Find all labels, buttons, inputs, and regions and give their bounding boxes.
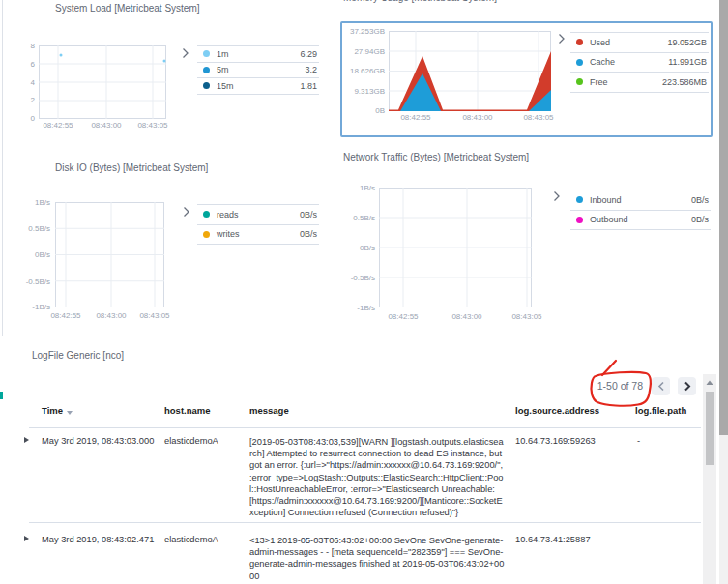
system-load-ytick: 8 [0,42,35,50]
series-dot-1m [203,50,210,57]
pagination-label: 1-50 of 78 [544,380,643,392]
series-dot-5m [203,67,210,73]
series-dot-free [576,78,583,85]
panel-left-border [2,0,3,336]
memory-ytick: 9.313GB [340,87,385,96]
cell-host: elasticdemoA [164,436,218,446]
cell-source: 10.64.73.169:59263 [515,436,596,446]
network-xtick: 08:43:05 [503,312,551,321]
memory-ytick: 18.626GB [340,67,385,75]
legend-toggle-chevron[interactable] [553,190,561,202]
disk-io-legend: reads 0B/s writes 0B/s [197,204,319,245]
chevron-right-icon [684,381,691,392]
memory-ytick: 0B [340,106,385,115]
cell-time: May 3rd 2019, 08:43:02.471 [42,535,154,544]
column-header-source[interactable]: log.source.address [515,405,599,416]
legend-item-cache[interactable]: Cache 11.991GB [570,52,709,73]
window-scrollbar-thumb[interactable] [719,0,728,435]
row-divider [29,522,701,523]
system-load-ytick: 2 [0,96,35,104]
next-page-button[interactable] [678,377,696,395]
cell-host: elasticdemoA [164,535,218,544]
logfile-title: LogFile Generic [nco] [32,350,124,361]
legend-toggle-chevron[interactable] [182,47,189,59]
disk-io-ytick: -1B/s [6,303,50,311]
legend-item-reads[interactable]: reads 0B/s [197,204,319,224]
system-load-xtick: 08:43:05 [129,121,177,130]
column-header-message[interactable]: message [249,405,289,416]
system-load-legend: 1m 6.29 5m 3.2 15m 1.81 [197,45,319,95]
memory-xtick: 08:42:55 [392,113,440,122]
cell-source: 10.64.73.41:25887 [515,535,591,544]
network-ytick: -0.5B/s [331,274,375,282]
legend-item-free[interactable]: Free 223.586MB [570,72,709,92]
sort-descending-icon [66,410,73,416]
series-dot-outbound [576,217,583,223]
legend-item-writes[interactable]: writes 0B/s [197,224,319,245]
cell-path: - [637,535,640,544]
legend-item-15m[interactable]: 15m 1.81 [197,77,319,94]
scroll-up-arrow-icon[interactable] [706,380,713,386]
table-scrollbar-thumb[interactable] [706,392,714,465]
system-load-ytick: 6 [0,60,35,69]
network-xtick: 08:42:55 [379,312,427,321]
column-header-host[interactable]: host.name [164,405,211,416]
network-xtick: 08:43:00 [443,312,491,321]
series-dot-inbound [576,196,583,203]
system-load-chart [39,45,166,119]
cell-path: - [637,436,640,446]
memory-usage-chart [389,31,551,111]
disk-io-title: Disk IO (Bytes) [Metricbeat System] [55,162,208,173]
network-legend: Inbound 0B/s Outbound 0B/s [570,190,711,230]
prev-page-button[interactable] [652,377,670,395]
legend-item-outbound[interactable]: Outbound 0B/s [570,210,711,230]
series-dot-reads [203,211,210,218]
disk-io-xtick: 08:43:05 [131,311,179,320]
system-load-ytick: 4 [0,78,35,87]
disk-io-ytick: -0.5B/s [6,277,50,286]
cell-message: [2019-05-03T08:43:03,539][WARN ][logstas… [249,436,505,518]
column-header-time[interactable]: Time [42,405,63,416]
disk-io-xtick: 08:43:00 [87,311,135,320]
legend-item-1m[interactable]: 1m 6.29 [197,45,319,62]
memory-ytick: 27.94GB [340,47,385,56]
network-ytick: 1B/s [331,184,375,192]
series-dot-used [576,39,583,45]
panel-edge-mark [0,392,3,399]
system-load-title: System Load [Metricbeat System] [55,3,200,14]
legend-item-inbound[interactable]: Inbound 0B/s [570,190,711,210]
network-traffic-title: Network Traffic (Bytes) [Metricbeat Syst… [343,152,529,162]
legend-item-used[interactable]: Used 19.052GB [570,32,709,52]
legend-toggle-chevron[interactable] [558,33,566,44]
legend-toggle-chevron[interactable] [183,206,190,218]
memory-ytick: 37.253GB [340,27,385,36]
disk-io-chart [55,202,164,307]
memory-xtick: 08:43:05 [514,113,563,122]
system-load-xtick: 08:42:55 [34,121,82,130]
system-load-xtick: 08:43:00 [82,121,131,130]
series-dot-cache [576,59,583,66]
legend-item-5m[interactable]: 5m 3.2 [197,62,319,78]
kibana-dashboard: System Load [Metricbeat System] 8 6 4 2 … [0,0,728,584]
network-ytick: 0.5B/s [331,214,375,222]
memory-legend: Used 19.052GB Cache 11.991GB Free 223.58… [570,32,709,93]
memory-title-clipped: Memory Usage [Metricbeat System] [343,0,585,4]
column-header-path[interactable]: log.file.path [635,405,686,416]
expand-row-button[interactable] [24,536,29,541]
series-dot-writes [203,231,210,238]
chevron-left-icon [657,381,665,392]
series-dot-15m [203,82,210,89]
cell-message: <13>1 2019-05-03T06:43:02+00:00 SevOne S… [249,535,505,582]
memory-xtick: 08:43:00 [453,113,502,122]
panel-corner-line [2,336,9,336]
cell-time: May 3rd 2019, 08:43:03.000 [42,436,154,446]
expand-row-button[interactable] [24,437,29,443]
disk-io-xtick: 08:42:55 [42,311,90,320]
disk-io-ytick: 0.5B/s [6,224,50,233]
network-ytick: -1B/s [331,304,375,312]
header-divider [29,427,701,428]
network-traffic-chart [379,188,532,307]
disk-io-ytick: 1B/s [6,198,50,207]
system-load-ytick: 0 [0,114,35,123]
disk-io-ytick: 0B/s [6,250,50,259]
